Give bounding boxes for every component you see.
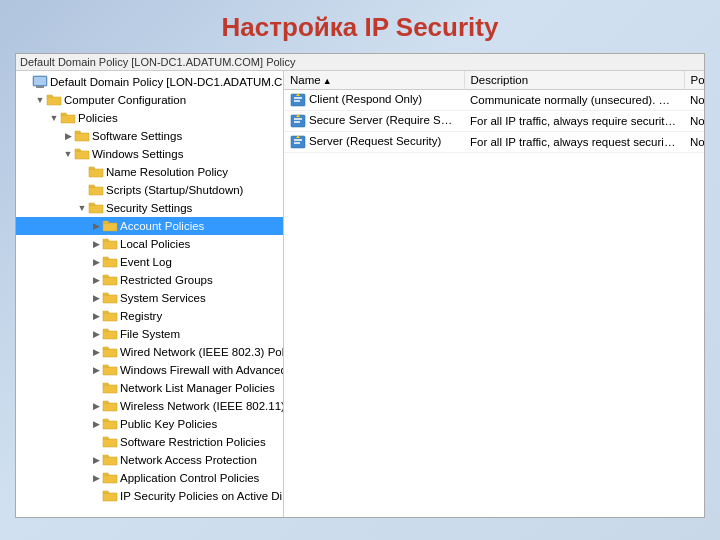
content-area: Default Domain Policy [LON-DC1.ADATUM.CO…	[16, 71, 704, 517]
folder-icon	[102, 254, 118, 270]
expand-icon-software-restriction	[90, 436, 102, 448]
window-title: Default Domain Policy [LON-DC1.ADATUM.CO…	[20, 56, 295, 68]
tree-item-file-system[interactable]: ▶ File System	[16, 325, 283, 343]
tree-item-wired-network[interactable]: ▶ Wired Network (IEEE 802.3) Policies	[16, 343, 283, 361]
tree-label-software-restriction: Software Restriction Policies	[120, 434, 266, 450]
svg-rect-2	[34, 77, 46, 85]
tree-item-security-settings[interactable]: ▼ Security Settings	[16, 199, 283, 217]
expand-icon-policies: ▼	[48, 112, 60, 124]
tree-label-account-policies: Account Policies	[120, 218, 204, 234]
tree-item-wireless-network[interactable]: ▶ Wireless Network (IEEE 802.11) Policie…	[16, 397, 283, 415]
svg-rect-1	[36, 86, 44, 88]
col-header-name[interactable]: Name▲	[284, 71, 464, 90]
tree-label-file-system: File System	[120, 326, 180, 342]
folder-icon	[102, 452, 118, 468]
table-row[interactable]: Secure Server (Require Security)For all …	[284, 111, 704, 132]
tree-item-restricted-groups[interactable]: ▶ Restricted Groups	[16, 271, 283, 289]
tree-label-windows-firewall: Windows Firewall with Advanced Securi...	[120, 362, 284, 378]
tree-label-scripts: Scripts (Startup/Shutdown)	[106, 182, 243, 198]
tree-item-software-restriction[interactable]: Software Restriction Policies	[16, 433, 283, 451]
expand-icon-scripts	[76, 184, 88, 196]
table-row[interactable]: Client (Respond Only)Communicate normall…	[284, 90, 704, 111]
cell-name-1: Secure Server (Require Security)	[284, 111, 464, 132]
tree-label-wireless-network: Wireless Network (IEEE 802.11) Policies	[120, 398, 284, 414]
expand-icon-windows-firewall: ▶	[90, 364, 102, 376]
tree-item-software-settings[interactable]: ▶ Software Settings	[16, 127, 283, 145]
tree-label-network-list: Network List Manager Policies	[120, 380, 275, 396]
detail-table: Name▲DescriptionPolicy Assigned Client (…	[284, 71, 704, 153]
folder-icon	[102, 308, 118, 324]
folder-icon	[102, 218, 118, 234]
tree-label-policies: Policies	[78, 110, 118, 126]
col-header-policy: Policy Assigned	[684, 71, 704, 90]
tree-label-software-settings: Software Settings	[92, 128, 182, 144]
tree-item-app-control[interactable]: ▶ Application Control Policies	[16, 469, 283, 487]
expand-icon-account-policies: ▶	[90, 220, 102, 232]
expand-icon-registry: ▶	[90, 310, 102, 322]
expand-icon-public-key: ▶	[90, 418, 102, 430]
tree-item-ip-security[interactable]: IP Security Policies on Active Directo..…	[16, 487, 283, 505]
tree-item-computer-config[interactable]: ▼ Computer Configuration	[16, 91, 283, 109]
expand-icon-system-services: ▶	[90, 292, 102, 304]
folder-icon	[102, 290, 118, 306]
folder-icon	[74, 146, 90, 162]
expand-icon-security-settings: ▼	[76, 202, 88, 214]
folder-icon	[88, 200, 104, 216]
folder-icon	[102, 236, 118, 252]
folder-icon	[46, 92, 62, 108]
tree-item-windows-settings[interactable]: ▼ Windows Settings	[16, 145, 283, 163]
folder-icon	[88, 164, 104, 180]
tree-item-policies[interactable]: ▼ Policies	[16, 109, 283, 127]
tree-item-system-services[interactable]: ▶ System Services	[16, 289, 283, 307]
expand-icon-network-list	[90, 382, 102, 394]
tree-label-registry: Registry	[120, 308, 162, 324]
expand-icon-ip-security	[90, 490, 102, 502]
expand-icon-wireless-network: ▶	[90, 400, 102, 412]
cell-desc-1: For all IP traffic, always require secur…	[464, 111, 684, 132]
tree-item-name-resolution[interactable]: Name Resolution Policy	[16, 163, 283, 181]
tree-item-local-policies[interactable]: ▶ Local Policies	[16, 235, 283, 253]
tree-item-windows-firewall[interactable]: ▶ Windows Firewall with Advanced Securi.…	[16, 361, 283, 379]
main-window: Default Domain Policy [LON-DC1.ADATUM.CO…	[15, 53, 705, 518]
cell-desc-2: For all IP traffic, always request secur…	[464, 132, 684, 153]
tree-panel[interactable]: Default Domain Policy [LON-DC1.ADATUM.CO…	[16, 71, 284, 517]
cell-name-2: Server (Request Security)	[284, 132, 464, 153]
cell-policy-0: No	[684, 90, 704, 111]
tree-label-app-control: Application Control Policies	[120, 470, 259, 486]
folder-icon	[74, 128, 90, 144]
tree-label-network-access: Network Access Protection	[120, 452, 257, 468]
folder-icon	[102, 488, 118, 504]
tree-item-network-access[interactable]: ▶ Network Access Protection	[16, 451, 283, 469]
expand-icon-software-settings: ▶	[62, 130, 74, 142]
cell-desc-0: Communicate normally (unsecured). Use t.…	[464, 90, 684, 111]
expand-icon-wired-network: ▶	[90, 346, 102, 358]
folder-icon	[102, 416, 118, 432]
expand-icon-local-policies: ▶	[90, 238, 102, 250]
tree-label-computer-config: Computer Configuration	[64, 92, 186, 108]
tree-label-name-resolution: Name Resolution Policy	[106, 164, 228, 180]
folder-icon	[60, 110, 76, 126]
tree-item-registry[interactable]: ▶ Registry	[16, 307, 283, 325]
tree-item-scripts[interactable]: Scripts (Startup/Shutdown)	[16, 181, 283, 199]
col-header-description: Description	[464, 71, 684, 90]
detail-panel: Name▲DescriptionPolicy Assigned Client (…	[284, 71, 704, 517]
folder-icon	[102, 344, 118, 360]
tree-item-account-policies[interactable]: ▶ Account Policies	[16, 217, 283, 235]
tree-item-public-key[interactable]: ▶ Public Key Policies	[16, 415, 283, 433]
tree-label-security-settings: Security Settings	[106, 200, 192, 216]
tree-label-wired-network: Wired Network (IEEE 802.3) Policies	[120, 344, 284, 360]
expand-icon-root	[20, 76, 32, 88]
tree-label-local-policies: Local Policies	[120, 236, 190, 252]
folder-icon	[102, 470, 118, 486]
expand-icon-computer-config: ▼	[34, 94, 46, 106]
tree-item-network-list[interactable]: Network List Manager Policies	[16, 379, 283, 397]
tree-item-event-log[interactable]: ▶ Event Log	[16, 253, 283, 271]
folder-icon	[102, 362, 118, 378]
computer-icon	[32, 74, 48, 90]
cell-policy-2: No	[684, 132, 704, 153]
expand-icon-name-resolution	[76, 166, 88, 178]
table-row[interactable]: Server (Request Security)For all IP traf…	[284, 132, 704, 153]
folder-icon	[102, 326, 118, 342]
tree-item-root[interactable]: Default Domain Policy [LON-DC1.ADATUM.CO…	[16, 73, 283, 91]
cell-name-0: Client (Respond Only)	[284, 90, 464, 111]
